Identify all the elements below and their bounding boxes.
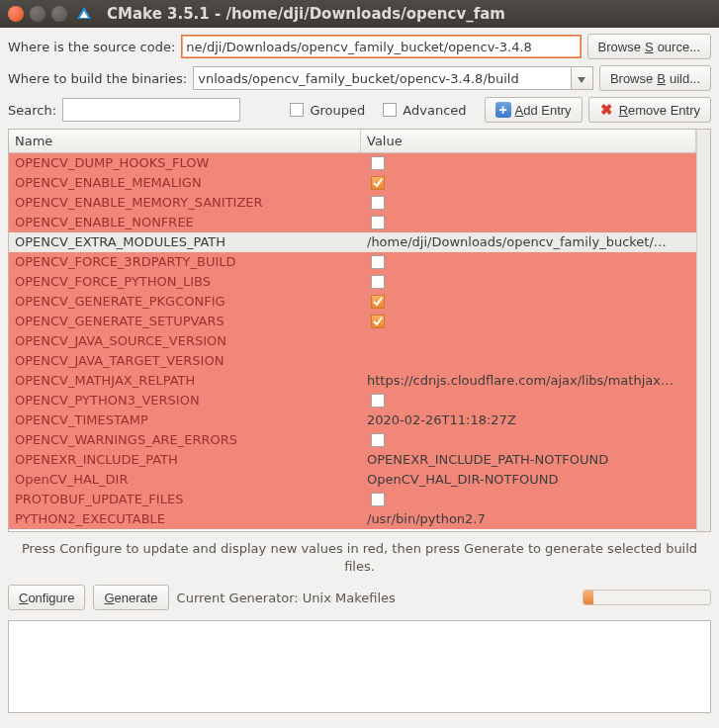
table-row[interactable]: OPENEXR_INCLUDE_PATHOPENEXR_INCLUDE_PATH… (9, 450, 696, 470)
svg-marker-2 (578, 77, 585, 83)
table-row[interactable]: OpenCV_HAL_DIROpenCV_HAL_DIR-NOTFOUND (9, 470, 696, 490)
cache-entry-value[interactable] (361, 292, 696, 312)
cache-entry-name: OPENEXR_INCLUDE_PATH (9, 450, 361, 470)
cache-entry-name: OPENCV_GENERATE_SETUPVARS (9, 312, 361, 331)
table-row[interactable]: PYTHON2_EXECUTABLE/usr/bin/python2.7 (9, 509, 696, 529)
table-row[interactable]: OPENCV_FORCE_PYTHON_LIBS (9, 272, 696, 292)
cache-entry-value[interactable]: /usr/bin/python2.7 (361, 509, 696, 529)
table-row[interactable]: OPENCV_DUMP_HOOKS_FLOW (9, 153, 696, 173)
cache-entry-name: OPENCV_FORCE_3RDPARTY_BUILD (9, 252, 361, 272)
remove-entry-button[interactable]: ✖ Remove Entry (588, 97, 711, 123)
value-checkbox[interactable] (371, 255, 385, 269)
cache-entry-value[interactable] (361, 272, 696, 292)
table-row[interactable]: OPENCV_PYTHON3_VERSION (9, 391, 696, 410)
cache-entry-value[interactable] (361, 173, 696, 193)
table-row[interactable]: OPENCV_JAVA_TARGET_VERSION (9, 351, 696, 371)
chevron-down-icon (578, 71, 585, 86)
cache-entry-name: OPENCV_ENABLE_MEMALIGN (9, 173, 361, 193)
cache-entry-value[interactable] (361, 312, 696, 331)
browse-source-button[interactable]: Browse Source... (587, 34, 711, 59)
value-checkbox[interactable] (371, 176, 385, 190)
cache-entry-value[interactable] (361, 430, 696, 450)
cache-entry-name: OPENCV_ENABLE_MEMORY_SANITIZER (9, 193, 361, 213)
window-buttons (8, 6, 67, 22)
cache-entry-value[interactable] (361, 391, 696, 410)
table-row[interactable]: OPENCV_WARNINGS_ARE_ERRORS (9, 430, 696, 450)
value-checkbox[interactable] (371, 216, 385, 229)
table-header: Name Value (9, 130, 696, 153)
app-icon (75, 5, 93, 23)
table-row[interactable]: OPENCV_GENERATE_SETUPVARS (9, 312, 696, 331)
cache-entry-value[interactable] (361, 351, 696, 371)
cache-entry-value[interactable] (361, 490, 696, 509)
cache-entry-name: OPENCV_JAVA_SOURCE_VERSION (9, 331, 361, 351)
add-entry-u: A (515, 103, 524, 118)
cache-entry-value[interactable] (361, 193, 696, 213)
table-row[interactable]: OPENCV_EXTRA_MODULES_PATH/home/dji/Downl… (9, 232, 696, 252)
table-row[interactable]: OPENCV_FORCE_3RDPARTY_BUILD (9, 252, 696, 272)
cache-entry-value[interactable]: 2020-02-26T11:18:27Z (361, 410, 696, 430)
value-checkbox[interactable] (371, 196, 385, 210)
col-header-value[interactable]: Value (361, 130, 696, 152)
browse-build-button[interactable]: Browse Build... (599, 65, 711, 91)
minimize-icon[interactable] (30, 6, 45, 22)
build-dropdown-button[interactable] (572, 66, 593, 90)
cache-entry-value[interactable]: https://cdnjs.cloudflare.com/ajax/libs/m… (361, 371, 696, 391)
table-row[interactable]: PROTOBUF_UPDATE_FILES (9, 490, 696, 509)
table-row[interactable]: OPENCV_TIMESTAMP2020-02-26T11:18:27Z (9, 410, 696, 430)
cache-entry-name: OPENCV_JAVA_TARGET_VERSION (9, 351, 361, 371)
value-checkbox[interactable] (371, 493, 385, 506)
col-header-name[interactable]: Name (9, 130, 361, 152)
build-input[interactable] (193, 66, 572, 90)
cache-entry-name: OPENCV_FORCE_PYTHON_LIBS (9, 272, 361, 292)
grouped-label: Grouped (310, 103, 365, 118)
value-checkbox[interactable] (371, 295, 385, 309)
cache-entry-value[interactable]: OPENEXR_INCLUDE_PATH-NOTFOUND (361, 450, 696, 470)
scrollbar[interactable] (696, 130, 710, 531)
configure-button[interactable]: Configure (8, 585, 85, 610)
table-row[interactable]: OPENCV_ENABLE_NONFREE (9, 213, 696, 232)
table-row[interactable]: OPENCV_ENABLE_MEMALIGN (9, 173, 696, 193)
cache-entry-value[interactable]: /home/dji/Downloads/opencv_family_bucket… (361, 232, 696, 252)
value-checkbox[interactable] (371, 315, 385, 328)
value-checkbox[interactable] (371, 433, 385, 447)
cache-entry-name: OPENCV_WARNINGS_ARE_ERRORS (9, 430, 361, 450)
search-input[interactable] (62, 98, 240, 122)
cache-entry-value[interactable] (361, 331, 696, 351)
progress-fill (584, 591, 593, 604)
cache-entry-value[interactable] (361, 153, 696, 173)
grouped-checkbox[interactable] (290, 103, 304, 117)
search-label: Search: (8, 103, 56, 118)
cache-entry-name: OPENCV_GENERATE_PKGCONFIG (9, 292, 361, 312)
window-title: CMake 3.5.1 - /home/dji/Downloads/opencv… (107, 5, 505, 23)
cache-entry-value[interactable] (361, 252, 696, 272)
value-checkbox[interactable] (371, 275, 385, 289)
table-row[interactable]: OPENCV_JAVA_SOURCE_VERSION (9, 331, 696, 351)
output-pane[interactable] (8, 620, 711, 713)
add-entry-button[interactable]: + Add Entry (485, 97, 583, 123)
source-input[interactable] (181, 35, 581, 58)
cache-entry-name: OPENCV_DUMP_HOOKS_FLOW (9, 153, 361, 173)
cache-entry-value[interactable]: OpenCV_HAL_DIR-NOTFOUND (361, 470, 696, 490)
maximize-icon[interactable] (51, 6, 67, 22)
generate-button[interactable]: Generate (93, 585, 168, 610)
configure-post: onfigure (28, 591, 74, 605)
value-checkbox[interactable] (371, 394, 385, 408)
table-row[interactable]: OPENCV_ENABLE_MEMORY_SANITIZER (9, 193, 696, 213)
table-row[interactable]: OPENCV_MATHJAX_RELPATHhttps://cdnjs.clou… (9, 371, 696, 391)
table-body[interactable]: OPENCV_DUMP_HOOKS_FLOWOPENCV_ENABLE_MEMA… (9, 153, 696, 531)
cache-entry-name: OPENCV_ENABLE_NONFREE (9, 213, 361, 232)
cache-entry-value[interactable] (361, 213, 696, 232)
generate-u: G (104, 591, 114, 605)
browse-source-post: ource... (658, 40, 700, 54)
window-titlebar: CMake 3.5.1 - /home/dji/Downloads/opencv… (0, 0, 719, 28)
build-label: Where to build the binaries: (8, 71, 187, 86)
advanced-checkbox[interactable] (383, 103, 397, 117)
value-checkbox[interactable] (371, 156, 385, 170)
table-row[interactable]: OPENCV_GENERATE_PKGCONFIG (9, 292, 696, 312)
cache-entry-name: PROTOBUF_UPDATE_FILES (9, 490, 361, 509)
cache-entry-name: OPENCV_TIMESTAMP (9, 410, 361, 430)
close-icon[interactable] (8, 6, 24, 22)
remove-entry-post: emove Entry (628, 103, 700, 118)
configure-u: C (19, 591, 28, 605)
